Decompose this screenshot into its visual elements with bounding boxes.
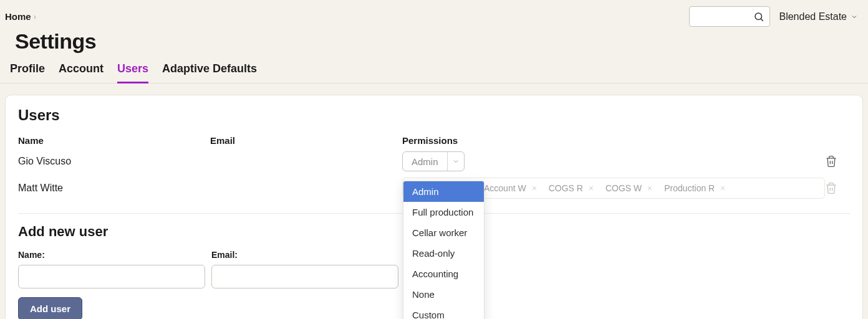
add-user-button[interactable]: Add user xyxy=(18,297,82,319)
add-user-email-label: Email: xyxy=(211,250,398,260)
col-permissions: Permissions xyxy=(402,133,825,148)
user-email xyxy=(210,178,402,198)
perm-tag: COGS R xyxy=(549,183,594,193)
close-icon[interactable] xyxy=(647,185,653,191)
user-name: Gio Viscuso xyxy=(18,151,210,171)
perm-option-full-production[interactable]: Full production xyxy=(403,202,484,222)
perm-option-cellar-worker[interactable]: Cellar worker xyxy=(403,222,484,243)
page-title: Settings xyxy=(0,27,868,54)
add-user-name-input[interactable] xyxy=(18,265,205,288)
chevron-down-icon xyxy=(851,13,858,21)
close-icon[interactable] xyxy=(531,185,538,191)
permission-select-value: Admin xyxy=(403,152,448,171)
permission-dropdown: Admin Full production Cellar worker Read… xyxy=(403,181,485,319)
add-user-name-label: Name: xyxy=(18,250,205,260)
trash-icon[interactable] xyxy=(825,182,837,194)
perm-tag: Account W xyxy=(484,183,538,193)
user-email xyxy=(210,151,402,171)
permission-select[interactable]: Admin Admin Full production Cellar worke… xyxy=(402,151,465,171)
col-name: Name xyxy=(18,133,210,148)
tab-users[interactable]: Users xyxy=(117,62,148,83)
perm-option-admin[interactable]: Admin xyxy=(403,181,484,202)
chevron-right-icon: › xyxy=(34,12,36,21)
tab-adaptive-defaults[interactable]: Adaptive Defaults xyxy=(162,62,257,83)
org-switcher[interactable]: Blended Estate xyxy=(779,11,858,22)
user-name: Matt Witte xyxy=(18,178,210,198)
users-section-title: Users xyxy=(18,107,850,124)
search-icon xyxy=(753,11,764,22)
perm-tag: COGS W xyxy=(605,183,653,193)
tabs: Profile Account Users Adaptive Defaults xyxy=(0,54,868,83)
user-permissions: Admin Admin Full production Cellar worke… xyxy=(402,148,825,174)
close-icon[interactable] xyxy=(720,185,726,191)
svg-line-1 xyxy=(761,19,763,21)
col-email: Email xyxy=(210,133,402,148)
chevron-down-icon[interactable] xyxy=(448,158,464,165)
perm-option-custom[interactable]: Custom xyxy=(403,305,484,319)
perm-option-none[interactable]: None xyxy=(403,284,484,305)
perm-option-read-only[interactable]: Read-only xyxy=(403,243,484,264)
add-user-email-input[interactable] xyxy=(211,265,398,288)
users-card: Users Name Email Permissions Gio Viscuso… xyxy=(5,95,863,319)
perm-option-accounting[interactable]: Accounting xyxy=(403,264,484,284)
trash-icon[interactable] xyxy=(825,155,837,168)
breadcrumb: Home › xyxy=(5,11,36,22)
close-icon[interactable] xyxy=(588,185,594,191)
breadcrumb-home[interactable]: Home xyxy=(5,11,31,22)
search-input-wrapper[interactable] xyxy=(689,6,770,27)
svg-point-0 xyxy=(755,13,762,20)
tab-account[interactable]: Account xyxy=(59,62,104,83)
perm-tag: Production R xyxy=(664,183,726,193)
tab-profile[interactable]: Profile xyxy=(10,62,45,83)
org-name: Blended Estate xyxy=(779,11,847,22)
